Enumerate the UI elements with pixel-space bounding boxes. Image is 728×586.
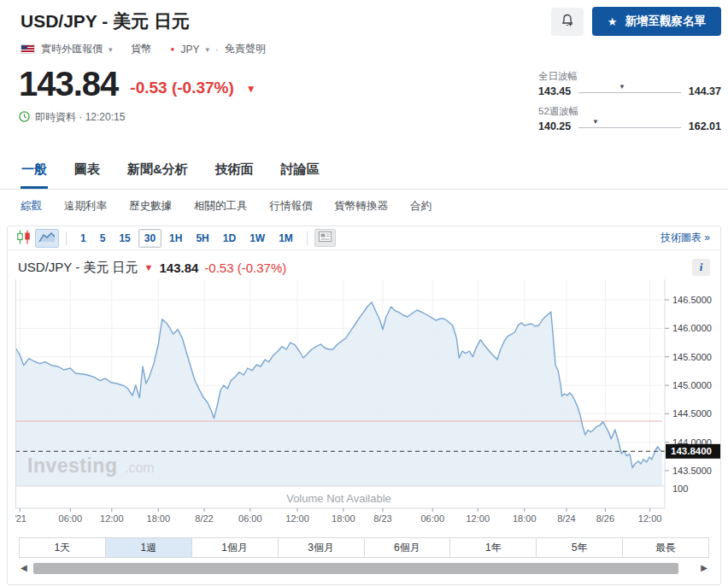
chart-toolbar: 1 5 15 30 1H 5H 1D 1W 1M 技術圖表 » [8,226,720,250]
quote-section: 143.84 -0.53 (-0.37%) ▼ 即時資料 · 12:20:15 … [0,56,728,140]
tab-technical[interactable]: 技術面 [214,154,255,189]
svg-text:12:00: 12:00 [100,513,124,524]
week52-range-high: 162.01 [689,120,721,132]
toolbar-divider [66,231,67,245]
info-icon[interactable]: i [692,259,710,276]
daily-range-marker: ▼ [619,84,625,90]
svg-text:8/26: 8/26 [596,513,614,524]
range-6months[interactable]: 6個月 [365,537,451,558]
week52-range-track: ▼ [578,121,681,132]
tab-news-analysis[interactable]: 新聞&分析 [126,154,189,189]
daily-range-low: 143.45 [538,85,571,97]
bell-plus-icon [561,14,574,30]
interval-30[interactable]: 30 [138,229,161,248]
svg-text:143.5000: 143.5000 [672,466,712,476]
svg-text:Volume Not Available: Volume Not Available [286,492,391,505]
down-arrow-icon: ▼ [144,262,154,272]
svg-text:06:00: 06:00 [59,513,83,524]
range-1month[interactable]: 1個月 [192,537,279,558]
scroll-right-icon[interactable]: ▶ [699,562,709,574]
svg-text:143.8400: 143.8400 [671,446,712,456]
scroll-left-icon[interactable]: ◀ [19,562,29,574]
tab-chart[interactable]: 圖表 [73,154,101,189]
dot-separator: · [215,44,219,56]
subtab-currency-converter[interactable]: 貨幣轉換器 [335,199,389,214]
subtab-historical-data[interactable]: 歷史數據 [129,199,172,214]
chevron-down-icon: ▾ [109,45,113,54]
subtab-quotes[interactable]: 行情報價 [270,199,313,214]
svg-text:18:00: 18:00 [332,513,355,524]
tab-general[interactable]: 一般 [21,154,48,189]
watchlist-label: 新增至觀察名單 [625,14,707,29]
time-range-buttons: 1天 1週 1個月 3個月 6個月 1年 5年 最長 [19,537,709,558]
realtime-label: 即時資料 · 12:20:15 [35,110,125,125]
price-alert-button[interactable] [551,8,584,36]
svg-text:18:00: 18:00 [147,513,171,524]
tab-discussion[interactable]: 討論區 [280,154,320,189]
interval-5[interactable]: 5 [94,229,112,248]
down-triangle-icon[interactable]: ▼ [246,83,256,99]
price-chart[interactable]: Investing.com146.5000146.0000145.5000145… [15,279,713,532]
subtab-related-tools[interactable]: 相關的工具 [194,199,248,214]
subtab-contracts[interactable]: 合約 [410,199,432,214]
range-3months[interactable]: 3個月 [279,537,365,558]
interval-1d[interactable]: 1D [217,229,242,248]
svg-text:12:00: 12:00 [466,513,490,524]
price-change: -0.53 (-0.37%) [130,79,233,99]
svg-text:146.0000: 146.0000 [672,323,712,333]
svg-text:Investing: Investing [27,454,117,477]
legend-change: -0.53 (-0.37%) [204,261,286,275]
clock-icon [19,111,30,125]
breadcrumb: 實時外匯報價 ▾ 貨幣 ● JPY ▾ · 免責聲明 [0,36,728,56]
sub-tabs: 綜觀 遠期利率 歷史數據 相關的工具 行情報價 貨幣轉換器 合約 [0,190,728,215]
svg-text:12:00: 12:00 [285,513,309,524]
disclaimer-link[interactable]: 免責聲明 [225,42,266,56]
toolbar-divider [307,231,308,245]
range-max[interactable]: 最長 [623,537,709,558]
page-header: USD/JPY - 美元 日元 ★ 新增至觀察名單 [0,0,728,36]
svg-text:8/23: 8/23 [373,513,391,524]
scrollbar-thumb[interactable] [33,563,678,574]
svg-text:.com: .com [125,460,155,475]
page-title: USD/JPY - 美元 日元 [21,9,190,33]
range-1week[interactable]: 1週 [106,537,192,558]
interval-15[interactable]: 15 [113,229,136,248]
candlestick-chart-button[interactable] [13,229,35,248]
subtab-forward-rates[interactable]: 遠期利率 [64,199,107,214]
interval-1[interactable]: 1 [74,229,92,248]
daily-range-high: 144.37 [689,85,721,97]
subtab-overview[interactable]: 綜觀 [21,199,42,214]
range-1day[interactable]: 1天 [19,537,106,558]
main-tabs: 一般 圖表 新聞&分析 技術面 討論區 [0,154,728,190]
red-dot-icon: ● [171,45,175,53]
svg-text:8/24: 8/24 [557,513,575,524]
week52-range-marker: ▼ [592,119,599,125]
range-5years[interactable]: 5年 [537,537,623,558]
svg-text:/21: /21 [15,513,26,524]
interval-1m[interactable]: 1M [273,229,299,248]
add-to-watchlist-button[interactable]: ★ 新增至觀察名單 [592,7,721,36]
breadcrumb-currency[interactable]: JPY [180,44,199,56]
legend-price: 143.84 [159,261,198,275]
chart-widget: 1 5 15 30 1H 5H 1D 1W 1M 技術圖表 » USD/JPY … [7,226,721,585]
daily-range-track: ▼ [578,86,681,97]
svg-text:06:00: 06:00 [420,513,444,524]
scrollbar-track[interactable] [33,563,696,574]
news-layout-icon [319,231,332,244]
breadcrumb-market[interactable]: 實時外匯報價 [41,42,103,56]
last-price: 143.84 [19,68,118,99]
us-flag-icon [21,44,35,54]
range-1year[interactable]: 1年 [450,537,537,558]
daily-range: 全日波幅 143.45 ▼ 144.37 [538,70,721,97]
interval-1h[interactable]: 1H [163,229,188,248]
svg-text:8/22: 8/22 [195,513,213,524]
chart-scrollbar: ◀ ▶ [19,562,709,574]
area-chart-button[interactable] [35,229,59,248]
technical-chart-link[interactable]: 技術圖表 » [660,231,713,245]
chart-events-button[interactable] [314,229,336,247]
breadcrumb-category[interactable]: 貨幣 [132,42,152,56]
interval-1w[interactable]: 1W [244,229,271,248]
svg-text:145.5000: 145.5000 [672,352,712,362]
interval-5h[interactable]: 5H [190,229,214,248]
svg-text:06:00: 06:00 [238,513,262,524]
